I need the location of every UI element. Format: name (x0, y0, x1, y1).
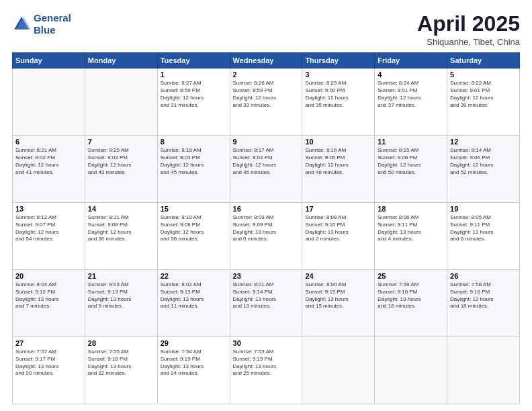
weekday-header-wednesday: Wednesday (230, 53, 302, 68)
day-info: Sunrise: 8:14 AM Sunset: 9:06 PM Dayligh… (450, 147, 517, 176)
day-number: 28 (88, 339, 154, 347)
day-number: 8 (161, 138, 227, 146)
day-info: Sunrise: 8:09 AM Sunset: 9:09 PM Dayligh… (233, 214, 300, 243)
day-number: 17 (305, 205, 371, 213)
day-info: Sunrise: 7:57 AM Sunset: 9:17 PM Dayligh… (15, 349, 82, 377)
calendar-cell: 13Sunrise: 8:12 AM Sunset: 9:07 PM Dayli… (13, 203, 85, 270)
weekday-header-monday: Monday (85, 53, 157, 68)
day-info: Sunrise: 8:04 AM Sunset: 9:12 PM Dayligh… (15, 281, 82, 310)
page: General Blue April 2025 Shiquanhe, Tibet… (0, 0, 532, 411)
day-number: 26 (450, 272, 517, 280)
calendar-cell: 6Sunrise: 8:21 AM Sunset: 9:02 PM Daylig… (13, 136, 85, 203)
day-number: 22 (161, 272, 227, 280)
day-number: 30 (233, 339, 300, 347)
day-info: Sunrise: 8:00 AM Sunset: 9:15 PM Dayligh… (305, 281, 371, 310)
calendar-cell: 20Sunrise: 8:04 AM Sunset: 9:12 PM Dayli… (13, 270, 85, 337)
day-info: Sunrise: 8:12 AM Sunset: 9:07 PM Dayligh… (15, 214, 82, 243)
calendar-cell (447, 337, 520, 404)
calendar-cell: 8Sunrise: 8:18 AM Sunset: 9:04 PM Daylig… (157, 136, 230, 203)
weekday-header-saturday: Saturday (447, 53, 520, 68)
calendar-cell: 12Sunrise: 8:14 AM Sunset: 9:06 PM Dayli… (447, 136, 520, 203)
day-number: 15 (161, 205, 227, 213)
logo: General Blue (12, 12, 71, 36)
day-info: Sunrise: 7:53 AM Sunset: 9:19 PM Dayligh… (233, 349, 300, 377)
calendar-cell: 16Sunrise: 8:09 AM Sunset: 9:09 PM Dayli… (230, 203, 302, 270)
day-info: Sunrise: 8:03 AM Sunset: 9:13 PM Dayligh… (88, 281, 154, 310)
day-info: Sunrise: 8:02 AM Sunset: 9:13 PM Dayligh… (161, 281, 227, 310)
day-number: 16 (233, 205, 300, 213)
page-subtitle: Shiquanhe, Tibet, China (417, 37, 520, 47)
day-number: 27 (15, 339, 82, 347)
logo-text: General Blue (34, 12, 71, 36)
weekday-header-friday: Friday (375, 53, 447, 68)
calendar-cell (13, 68, 85, 136)
calendar-cell: 22Sunrise: 8:02 AM Sunset: 9:13 PM Dayli… (157, 270, 230, 337)
logo-icon (12, 15, 31, 34)
calendar-cell: 4Sunrise: 8:24 AM Sunset: 9:01 PM Daylig… (375, 68, 447, 136)
day-number: 1 (161, 71, 227, 79)
calendar-cell: 24Sunrise: 8:00 AM Sunset: 9:15 PM Dayli… (302, 270, 375, 337)
page-title: April 2025 (417, 12, 520, 36)
week-row-1: 1Sunrise: 8:27 AM Sunset: 8:59 PM Daylig… (13, 68, 520, 136)
day-info: Sunrise: 8:10 AM Sunset: 9:08 PM Dayligh… (161, 214, 227, 243)
calendar-cell (302, 337, 375, 404)
calendar-cell: 19Sunrise: 8:05 AM Sunset: 9:11 PM Dayli… (447, 203, 520, 270)
day-number: 21 (88, 272, 154, 280)
day-info: Sunrise: 8:21 AM Sunset: 9:02 PM Dayligh… (15, 147, 82, 176)
calendar-cell: 21Sunrise: 8:03 AM Sunset: 9:13 PM Dayli… (85, 270, 157, 337)
day-number: 10 (305, 138, 371, 146)
day-info: Sunrise: 7:55 AM Sunset: 9:18 PM Dayligh… (88, 349, 154, 377)
day-info: Sunrise: 8:20 AM Sunset: 9:03 PM Dayligh… (88, 147, 154, 176)
calendar-cell: 17Sunrise: 8:08 AM Sunset: 9:10 PM Dayli… (302, 203, 375, 270)
day-number: 12 (450, 138, 517, 146)
day-number: 6 (15, 138, 82, 146)
calendar-cell: 18Sunrise: 8:06 AM Sunset: 9:11 PM Dayli… (375, 203, 447, 270)
day-info: Sunrise: 7:54 AM Sunset: 9:19 PM Dayligh… (161, 349, 227, 377)
calendar-cell: 27Sunrise: 7:57 AM Sunset: 9:17 PM Dayli… (13, 337, 85, 404)
calendar-cell: 11Sunrise: 8:15 AM Sunset: 9:06 PM Dayli… (375, 136, 447, 203)
calendar-cell: 2Sunrise: 8:26 AM Sunset: 8:59 PM Daylig… (230, 68, 302, 136)
calendar-cell (375, 337, 447, 404)
weekday-header-tuesday: Tuesday (157, 53, 230, 68)
day-info: Sunrise: 8:24 AM Sunset: 9:01 PM Dayligh… (378, 80, 444, 109)
calendar-cell: 25Sunrise: 7:59 AM Sunset: 9:16 PM Dayli… (375, 270, 447, 337)
day-number: 2 (233, 71, 300, 79)
day-number: 13 (15, 205, 82, 213)
day-number: 29 (161, 339, 227, 347)
day-number: 4 (378, 71, 444, 79)
week-row-5: 27Sunrise: 7:57 AM Sunset: 9:17 PM Dayli… (13, 337, 520, 404)
day-number: 23 (233, 272, 300, 280)
calendar-cell: 5Sunrise: 8:22 AM Sunset: 9:01 PM Daylig… (447, 68, 520, 136)
calendar-table: SundayMondayTuesdayWednesdayThursdayFrid… (12, 52, 520, 404)
day-number: 18 (378, 205, 444, 213)
day-info: Sunrise: 8:11 AM Sunset: 9:08 PM Dayligh… (88, 214, 154, 243)
day-info: Sunrise: 8:15 AM Sunset: 9:06 PM Dayligh… (378, 147, 444, 176)
calendar-cell: 3Sunrise: 8:25 AM Sunset: 9:00 PM Daylig… (302, 68, 375, 136)
weekday-header-sunday: Sunday (13, 53, 85, 68)
day-number: 3 (305, 71, 371, 79)
logo-line2: Blue (34, 24, 56, 36)
calendar-cell: 15Sunrise: 8:10 AM Sunset: 9:08 PM Dayli… (157, 203, 230, 270)
day-info: Sunrise: 7:59 AM Sunset: 9:16 PM Dayligh… (378, 281, 444, 310)
day-info: Sunrise: 8:01 AM Sunset: 9:14 PM Dayligh… (233, 281, 300, 310)
day-number: 19 (450, 205, 517, 213)
day-number: 25 (378, 272, 444, 280)
calendar-cell: 26Sunrise: 7:58 AM Sunset: 9:16 PM Dayli… (447, 270, 520, 337)
calendar-cell: 7Sunrise: 8:20 AM Sunset: 9:03 PM Daylig… (85, 136, 157, 203)
day-number: 5 (450, 71, 517, 79)
calendar-cell: 29Sunrise: 7:54 AM Sunset: 9:19 PM Dayli… (157, 337, 230, 404)
day-info: Sunrise: 8:08 AM Sunset: 9:10 PM Dayligh… (305, 214, 371, 243)
week-row-4: 20Sunrise: 8:04 AM Sunset: 9:12 PM Dayli… (13, 270, 520, 337)
calendar-cell: 28Sunrise: 7:55 AM Sunset: 9:18 PM Dayli… (85, 337, 157, 404)
day-info: Sunrise: 8:26 AM Sunset: 8:59 PM Dayligh… (233, 80, 300, 109)
weekday-header-row: SundayMondayTuesdayWednesdayThursdayFrid… (13, 53, 520, 68)
day-info: Sunrise: 8:05 AM Sunset: 9:11 PM Dayligh… (450, 214, 517, 243)
weekday-header-thursday: Thursday (302, 53, 375, 68)
day-info: Sunrise: 8:06 AM Sunset: 9:11 PM Dayligh… (378, 214, 444, 243)
calendar-cell: 9Sunrise: 8:17 AM Sunset: 9:04 PM Daylig… (230, 136, 302, 203)
logo-line1: General (34, 12, 71, 24)
day-info: Sunrise: 8:18 AM Sunset: 9:04 PM Dayligh… (161, 147, 227, 176)
calendar-cell (85, 68, 157, 136)
calendar-cell: 1Sunrise: 8:27 AM Sunset: 8:59 PM Daylig… (157, 68, 230, 136)
calendar-cell: 14Sunrise: 8:11 AM Sunset: 9:08 PM Dayli… (85, 203, 157, 270)
